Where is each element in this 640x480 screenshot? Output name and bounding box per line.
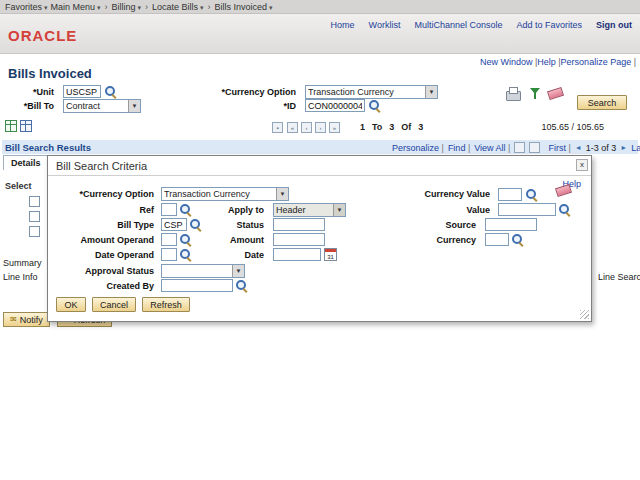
breadcrumb-favorites[interactable]: Favorites [5,2,47,12]
dlg-currency-option-label: *Currency Option [48,189,158,199]
notify-button-label: Notify [20,315,43,325]
view-all-link[interactable]: View All [474,143,510,153]
dlg-source-input[interactable] [485,218,537,231]
unit-label: *Unit [0,87,58,97]
row-select-checkbox[interactable] [29,226,40,237]
dlg-date-input[interactable] [273,248,321,261]
chevron-down-icon [276,188,288,200]
dlg-currency-option-value: Transaction Currency [162,189,276,199]
dialog-refresh-button[interactable]: Refresh [142,297,190,312]
dlg-created-by-input[interactable] [161,279,233,292]
amount-operand-lookup-icon[interactable] [180,234,192,246]
notify-button[interactable]: ✉ Notify [3,312,50,327]
dlg-status-label: Status [196,220,268,230]
pager-range: 1-3 of 3 [586,143,617,153]
dlg-value-input[interactable] [498,203,556,216]
resize-grip[interactable] [580,310,589,319]
created-by-lookup-icon[interactable] [236,280,248,292]
chunk-action-icon[interactable]: ▪ [272,122,283,133]
page-links: New Window Help Personalize Page [480,57,636,67]
sign-out-link[interactable]: Sign out [596,20,632,30]
dlg-approval-status-select[interactable] [161,264,245,278]
currency-option-label: *Currency Option [150,87,300,97]
chunk-prev-icon[interactable]: ‹ [301,122,312,133]
dlg-ref-input[interactable] [161,203,177,216]
breadcrumb-separator-icon [206,2,211,12]
currency-lookup-icon[interactable] [512,234,524,246]
id-lookup-icon[interactable] [369,100,381,112]
download-icon[interactable] [529,142,540,153]
dlg-currency-input[interactable] [485,233,509,246]
results-bar-links: Personalize Find View All First ◄ 1-3 of… [392,142,640,153]
dlg-amount-operand-input[interactable] [161,233,177,246]
id-label: *ID [240,101,300,111]
pager-last-link[interactable]: Last [631,143,640,153]
dialog-title: Bill Search Criteria [56,160,147,172]
personalize-page-link[interactable]: Personalize Page [561,57,636,67]
new-window-link[interactable]: New Window [480,57,537,67]
breadcrumb-main-menu[interactable]: Main Menu [50,2,100,12]
chunk-first-icon[interactable]: « [287,122,298,133]
dlg-apply-to-label: Apply to [196,205,268,215]
chunk-to-label: To [372,122,382,132]
tab-details[interactable]: Details [3,155,49,170]
value-lookup-icon[interactable] [559,204,571,216]
unit-input[interactable] [63,85,101,98]
bill-to-label: *Bill To [0,101,58,111]
id-input[interactable] [305,99,365,112]
nav-worklist-link[interactable]: Worklist [369,20,401,30]
print-icon[interactable] [505,87,520,100]
chunk-next-icon[interactable]: › [315,122,326,133]
search-button[interactable]: Search [577,95,627,110]
pager-first-link[interactable]: First [548,143,570,153]
dlg-currency-value-label: Currency Value [366,189,494,199]
unit-lookup-icon[interactable] [105,86,117,98]
dlg-approval-status-label: Approval Status [48,266,158,276]
filter-icon[interactable] [529,87,541,100]
eraser-icon[interactable] [546,86,563,100]
dlg-amount-operand-label: Amount Operand [48,235,158,245]
personalize-link[interactable]: Personalize [392,143,444,153]
calendar-icon[interactable]: 31 [324,248,337,261]
currency-option-value: Transaction Currency [306,87,425,97]
invoice-amounts: 105.65 / 105.65 [492,122,604,132]
close-icon[interactable]: x [576,159,588,171]
chunk-range: 1 To 3 Of 3 [360,122,423,132]
date-operand-lookup-icon[interactable] [180,249,192,261]
download-grid-icon[interactable] [20,120,32,132]
dlg-currency-value-input[interactable] [498,188,522,201]
find-link[interactable]: Find [448,143,470,153]
chunk-last-icon[interactable]: » [329,122,340,133]
top-nav: Home Worklist MultiChannel Console Add t… [331,20,632,30]
dlg-apply-to-value: Header [274,205,333,215]
pager-prev-icon[interactable]: ◄ [575,144,582,151]
dlg-currency-option-select[interactable]: Transaction Currency [161,187,289,201]
currency-value-lookup-icon[interactable] [526,189,538,201]
breadcrumb-billing[interactable]: Billing [111,2,140,12]
nav-multichannel-console-link[interactable]: MultiChannel Console [414,20,502,30]
row-select-checkbox[interactable] [29,196,40,207]
peoplesoft-window: Favorites Main Menu Billing Locate Bills… [0,0,640,480]
bill-to-select[interactable]: Contract [63,99,141,113]
grid-icon[interactable] [5,120,17,132]
dlg-amount-input[interactable] [273,233,325,246]
dlg-bill-type-input[interactable] [161,218,187,231]
ok-button[interactable]: OK [56,297,86,312]
chevron-down-icon [333,204,345,216]
ref-lookup-icon[interactable] [180,204,192,216]
breadcrumb-bills-invoiced[interactable]: Bills Invoiced [214,2,272,12]
cancel-button[interactable]: Cancel [92,297,136,312]
nav-add-to-favorites-link[interactable]: Add to Favorites [516,20,582,30]
currency-option-select[interactable]: Transaction Currency [305,85,438,99]
zoom-grid-icon[interactable] [514,142,525,153]
breadcrumb-locate-bills[interactable]: Locate Bills [152,2,204,12]
row-select-checkbox[interactable] [29,211,40,222]
dlg-date-operand-input[interactable] [161,248,177,261]
pager-next-icon[interactable]: ► [620,144,627,151]
dlg-status-input[interactable] [273,218,325,231]
help-link[interactable]: Help [537,57,560,67]
dialog-divider [48,175,591,176]
clear-criteria-eraser-icon[interactable] [554,183,571,197]
dlg-source-label: Source [366,220,480,230]
nav-home-link[interactable]: Home [331,20,355,30]
